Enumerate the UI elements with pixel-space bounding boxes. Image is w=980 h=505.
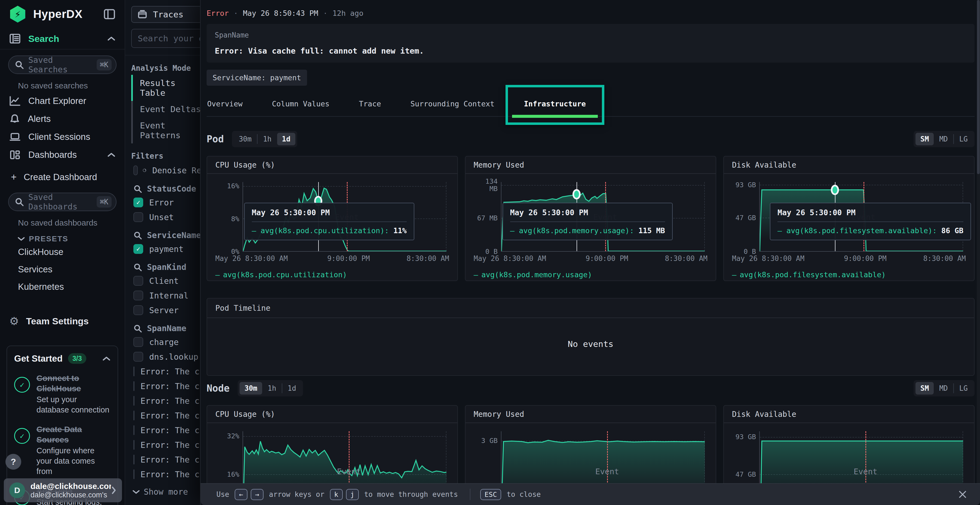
checkbox-unchecked[interactable] [134, 396, 134, 406]
hyperdx-logo-icon: ⚡ [9, 6, 26, 22]
chart-plot-area: EventMay 26 5:30:00 PM— avg(k8s.pod.file… [759, 182, 963, 252]
event-search-input[interactable]: Search your e [131, 29, 202, 48]
checkbox-checked[interactable]: ✓ [134, 197, 143, 207]
chart-legend: —avg(k8s.pod.filesystem.available) [732, 268, 966, 281]
team-settings-button[interactable]: ⚙ Team Settings [0, 311, 125, 332]
node-range-1h[interactable]: 1h [263, 382, 281, 395]
user-profile-bar[interactable]: D dale@clickhouse.com dale@clickhouse.co… [4, 478, 122, 502]
checkbox-unchecked[interactable] [134, 411, 134, 420]
checkbox-unchecked[interactable] [134, 352, 143, 362]
pod-range-1d[interactable]: 1d [277, 133, 295, 145]
pod-range-1h[interactable]: 1h [258, 133, 276, 145]
filter-option[interactable]: Server [125, 303, 202, 318]
preset-kubernetes[interactable]: Kubernetes [0, 278, 125, 295]
preset-clickhouse[interactable]: ClickHouse [0, 243, 125, 260]
preset-services[interactable]: Services [0, 260, 125, 278]
node-range-30m[interactable]: 30m [240, 382, 262, 395]
filter-option[interactable]: dns.lookup [125, 349, 202, 364]
service-name-chip[interactable]: ServiceName: payment [207, 70, 307, 86]
node-size-lg[interactable]: LG [955, 382, 973, 395]
no-saved-searches: No saved searches [0, 74, 125, 92]
analysis-mode-event-patterns[interactable]: Event Patterns [131, 117, 202, 143]
filter-option[interactable]: Error: The cr [125, 423, 202, 438]
filter-option[interactable]: Error: The cr [125, 452, 202, 467]
create-dashboard-button[interactable]: + Create Dashboard [0, 168, 125, 187]
node-size-md[interactable]: MD [934, 382, 953, 395]
checkbox-unchecked[interactable] [134, 469, 134, 479]
filter-option-label: dns.lookup [149, 352, 199, 362]
filter-option[interactable]: charge [125, 335, 202, 349]
pod-size-sm[interactable]: SM [915, 133, 934, 145]
tab-surrounding-context[interactable]: Surrounding Context [410, 97, 495, 111]
filter-option[interactable]: Internal [125, 288, 202, 303]
sidebar-collapse-icon[interactable] [103, 9, 115, 20]
checkbox-unchecked[interactable] [134, 425, 134, 435]
checkbox-unchecked[interactable] [134, 305, 143, 315]
pod-section-title: Pod [207, 133, 224, 145]
divider [470, 489, 470, 500]
chevron-up-icon[interactable] [102, 356, 111, 361]
close-icon[interactable] [957, 489, 968, 500]
tooltip-value-row: — avg(k8s.pod.filesystem.available): 86 … [778, 226, 963, 235]
tab-overview[interactable]: Overview [207, 97, 243, 111]
panel-scrollbar[interactable] [977, 0, 980, 483]
checkbox-unchecked[interactable] [134, 291, 143, 300]
checkbox-checked[interactable]: ✓ [134, 244, 143, 254]
keyboard-hint-bar: Use ← → arrow keys or k j to move throug… [200, 483, 980, 505]
sidebar-item-client-sessions[interactable]: Client Sessions [0, 128, 125, 146]
no-saved-dashboards: No saved dashboards [0, 211, 125, 229]
node-size-sm[interactable]: SM [915, 382, 934, 395]
filter-option[interactable]: Client [125, 273, 202, 288]
checkbox-unchecked[interactable] [134, 440, 134, 450]
y-axis-tick: 3 GB [474, 437, 498, 445]
get-started-step[interactable]: ✓Connect to ClickHouseSet up your databa… [14, 373, 111, 415]
tab-infrastructure[interactable]: Infrastructure [523, 97, 587, 111]
checkbox-unchecked[interactable] [134, 165, 138, 175]
filter-option[interactable]: ✓Error [125, 195, 202, 210]
filter-option[interactable]: Error: The cr [125, 379, 202, 394]
pod-size-md[interactable]: MD [934, 133, 953, 145]
get-started-badge: 3/3 [68, 353, 86, 364]
filter-option[interactable]: Unset [125, 210, 202, 224]
tab-column-values[interactable]: Column Values [271, 97, 330, 111]
checkbox-unchecked[interactable] [134, 276, 143, 286]
show-more-button[interactable]: Show more [125, 481, 202, 497]
tab-trace[interactable]: Trace [358, 97, 381, 111]
sidebar-item-dashboards[interactable]: Dashboards [0, 146, 125, 164]
check-circle-icon: ✓ [14, 428, 30, 444]
saved-dashboards-input[interactable]: Saved Dashboards ⌘K [8, 193, 116, 211]
sidebar-item-alerts[interactable]: Alerts [0, 110, 125, 128]
sidebar-divider [0, 49, 125, 49]
filter-option[interactable]: Error: The cr [125, 408, 202, 423]
sidebar-item-chart-explorer[interactable]: Chart Explorer [0, 92, 125, 110]
filter-option[interactable]: Error: The cr [125, 467, 202, 481]
node-range-1d[interactable]: 1d [283, 382, 301, 395]
brand-name: HyperDX [33, 8, 103, 21]
checkbox-unchecked[interactable] [134, 381, 134, 391]
saved-searches-input[interactable]: Saved Searches ⌘K [8, 56, 116, 74]
filter-option[interactable]: Error: The cr [125, 364, 202, 379]
chart-explorer-icon [9, 95, 21, 106]
pod-range-30m[interactable]: 30m [234, 133, 256, 145]
source-select[interactable]: Traces [131, 6, 202, 23]
analysis-mode-results-table[interactable]: Results Table [131, 75, 202, 101]
esc-key: ESC [480, 489, 501, 500]
filter-option[interactable]: ✓payment [125, 241, 202, 256]
checkbox-unchecked[interactable] [134, 455, 134, 464]
filter-option[interactable]: Error: The cr [125, 438, 202, 452]
sidebar-item-search[interactable]: Search [0, 28, 125, 49]
checkbox-unchecked[interactable] [134, 212, 143, 222]
divider [257, 134, 258, 144]
get-started-step[interactable]: ✓Create Data SourcesConfigure where your… [14, 424, 111, 476]
scrollbar-thumb[interactable] [977, 0, 980, 174]
presets-header[interactable]: PRESETS [0, 229, 125, 243]
filter-option[interactable]: Error: The cr [125, 394, 202, 408]
analysis-mode-event-deltas[interactable]: Event Deltas [131, 101, 202, 117]
pod-size-lg[interactable]: LG [955, 133, 973, 145]
filter-option-label: Error: The cr [140, 455, 202, 464]
checkbox-unchecked[interactable] [134, 367, 134, 376]
checkbox-unchecked[interactable] [134, 337, 143, 347]
denoise-results-option[interactable]: Denoise Re [125, 163, 202, 178]
filter-option-label: Error: The cr [140, 367, 202, 376]
help-button[interactable]: ? [5, 454, 21, 470]
